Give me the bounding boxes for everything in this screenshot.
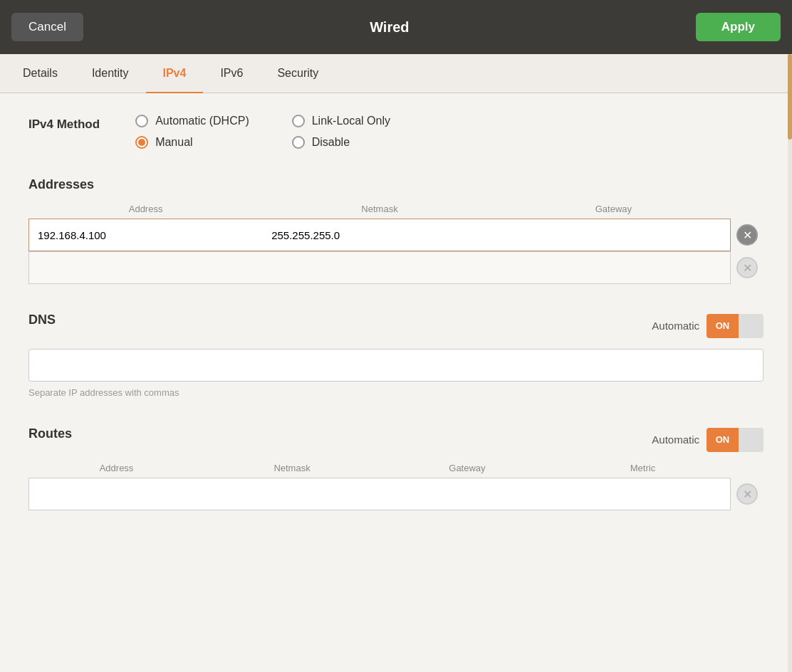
tab-details[interactable]: Details xyxy=(6,54,75,93)
delete-cell-1: ✕ xyxy=(731,219,764,251)
tab-ipv4[interactable]: IPv4 xyxy=(146,54,204,93)
routes-header: Routes Automatic ON xyxy=(28,426,764,453)
routes-auto-label: Automatic xyxy=(652,434,699,446)
window-title: Wired xyxy=(370,19,409,36)
dns-hint: Separate IP addresses with commas xyxy=(28,387,764,398)
method-manual[interactable]: Manual xyxy=(135,136,249,149)
dns-title: DNS xyxy=(28,313,56,327)
routes-title: Routes xyxy=(28,426,72,441)
routes-address-header: Address xyxy=(28,463,204,478)
addresses-section: Addresses Address Netmask Gateway ✕ xyxy=(28,177,764,284)
netmask-input-2[interactable] xyxy=(263,251,496,284)
dns-toggle-container: Automatic ON xyxy=(652,314,764,338)
method-link-local[interactable]: Link-Local Only xyxy=(292,115,406,127)
tab-ipv6[interactable]: IPv6 xyxy=(203,54,260,93)
routes-table: Address Netmask Gateway Metric ✕ xyxy=(28,463,764,510)
routes-address-input-1[interactable] xyxy=(28,478,204,510)
titlebar: Cancel Wired Apply xyxy=(0,0,792,54)
routes-delete-cell: ✕ xyxy=(731,478,764,510)
method-disable-label: Disable xyxy=(312,136,350,149)
table-row: ✕ xyxy=(28,478,764,510)
table-row: ✕ xyxy=(28,219,764,251)
addresses-title: Addresses xyxy=(28,177,764,192)
routes-toggle-off xyxy=(739,428,764,452)
tab-identity[interactable]: Identity xyxy=(75,54,146,93)
method-manual-label: Manual xyxy=(155,136,192,149)
scrollbar-thumb[interactable] xyxy=(788,54,792,140)
routes-toggle[interactable]: ON xyxy=(707,428,764,452)
addresses-table: Address Netmask Gateway ✕ xyxy=(28,204,764,284)
gateway-col-header: Gateway xyxy=(496,204,731,219)
radio-disable xyxy=(292,136,305,149)
main-content: IPv4 Method Automatic (DHCP) Link-Local … xyxy=(0,93,792,672)
ipv4-method-section: IPv4 Method Automatic (DHCP) Link-Local … xyxy=(28,115,764,149)
routes-metric-header: Metric xyxy=(555,463,731,478)
dns-header: DNS Automatic ON xyxy=(28,313,764,339)
method-options: Automatic (DHCP) Link-Local Only Manual … xyxy=(135,115,405,149)
method-dhcp-label: Automatic (DHCP) xyxy=(155,115,249,127)
method-link-local-label: Link-Local Only xyxy=(312,115,390,127)
routes-netmask-input-1[interactable] xyxy=(204,478,380,510)
routes-section: Routes Automatic ON Address Netmask Gate… xyxy=(28,426,764,510)
dns-section: DNS Automatic ON Separate IP addresses w… xyxy=(28,313,764,398)
method-disable[interactable]: Disable xyxy=(292,136,406,149)
dns-toggle[interactable]: ON xyxy=(707,314,764,338)
table-row: ✕ xyxy=(28,251,764,284)
address-input-1[interactable] xyxy=(28,219,263,251)
routes-toggle-on: ON xyxy=(707,428,739,452)
cancel-button[interactable]: Cancel xyxy=(11,13,83,41)
scrollbar[interactable] xyxy=(788,54,792,672)
routes-delete-row-1-button[interactable]: ✕ xyxy=(736,483,758,505)
radio-link-local xyxy=(292,115,305,127)
delete-cell-2: ✕ xyxy=(731,251,764,284)
apply-button[interactable]: Apply xyxy=(696,13,781,41)
gateway-input-2[interactable] xyxy=(496,251,731,284)
radio-dhcp xyxy=(135,115,148,127)
routes-metric-input-1[interactable] xyxy=(555,478,731,510)
method-label: IPv4 Method xyxy=(28,115,100,132)
routes-gateway-header: Gateway xyxy=(380,463,555,478)
address-col-header: Address xyxy=(28,204,263,219)
gateway-input-1[interactable] xyxy=(496,219,731,251)
tab-security[interactable]: Security xyxy=(260,54,335,93)
routes-netmask-header: Netmask xyxy=(204,463,380,478)
netmask-col-header: Netmask xyxy=(263,204,496,219)
delete-row-1-button[interactable]: ✕ xyxy=(736,224,758,246)
method-dhcp[interactable]: Automatic (DHCP) xyxy=(135,115,249,127)
netmask-input-1[interactable] xyxy=(263,219,496,251)
radio-manual xyxy=(135,136,148,149)
routes-gateway-input-1[interactable] xyxy=(380,478,555,510)
delete-row-2-button[interactable]: ✕ xyxy=(736,257,758,278)
tabs-bar: Details Identity IPv4 IPv6 Security xyxy=(0,54,792,93)
dns-input[interactable] xyxy=(28,349,764,382)
dns-toggle-on: ON xyxy=(707,314,739,338)
address-input-2[interactable] xyxy=(28,251,263,284)
routes-toggle-container: Automatic ON xyxy=(652,428,764,452)
dns-toggle-off xyxy=(739,314,764,338)
dns-auto-label: Automatic xyxy=(652,320,699,332)
